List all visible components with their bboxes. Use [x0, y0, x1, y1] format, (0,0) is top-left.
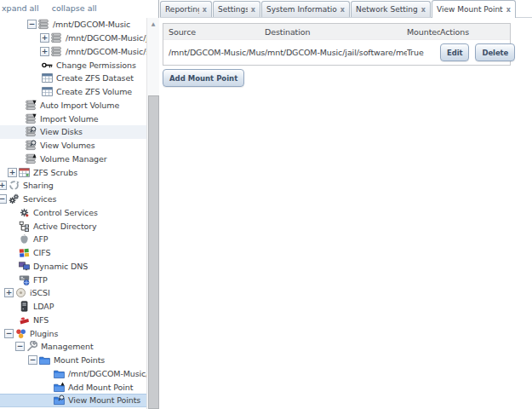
collapse-expander-icon[interactable]: −	[27, 20, 37, 29]
tab-system-information[interactable]: System Informationx	[261, 1, 350, 17]
tree-item-label: Import Volume	[39, 114, 99, 124]
tab-label: View Mount Points	[437, 5, 503, 14]
collapse-expander-icon[interactable]: −	[0, 194, 7, 204]
tree-item-volume-manager[interactable]: Volume Manager	[0, 153, 146, 166]
tree-item-label: Management	[40, 342, 94, 351]
tab-close-icon[interactable]: x	[337, 6, 345, 14]
tree-item-label: CIFS	[32, 248, 50, 257]
tree-item-label: Services	[22, 194, 56, 204]
tree-item-label: Sharing	[22, 181, 54, 190]
expand-expander-icon[interactable]: +	[4, 288, 14, 297]
column-header-source: Source	[169, 27, 265, 37]
monitors-icon	[19, 261, 30, 272]
navigation-sidebar: xpand allcollapse all −/mnt/DGCOM-Music+…	[0, 0, 159, 409]
tree-item-mnt-dgcom-music-mu[interactable]: /mnt/DGCOM-Music/Mu	[0, 367, 146, 381]
tree-item-dynamic-dns[interactable]: Dynamic DNS	[0, 260, 146, 274]
tree-item-mnt-dgcom-music-jail[interactable]: +/mnt/DGCOM-Music/jail	[0, 32, 146, 45]
delete-button[interactable]: Delete	[475, 43, 515, 61]
tree-item-label: Create ZFS Volume	[55, 87, 132, 96]
collapse-expander-icon[interactable]: −	[15, 342, 25, 351]
tree-item-mnt-dgcom-music[interactable]: −/mnt/DGCOM-Music	[0, 18, 146, 32]
tree-item-label: /mnt/DGCOM-Music/Mu	[67, 369, 146, 378]
tab-close-icon[interactable]: x	[503, 6, 511, 14]
tree-item-iscsi[interactable]: +iSCSI	[0, 286, 146, 300]
disk-icon	[15, 287, 26, 298]
tree-item-label: Create ZFS Dataset	[55, 73, 134, 83]
tab-close-icon[interactable]: x	[199, 6, 207, 14]
collapse-expander-icon[interactable]: −	[28, 355, 37, 365]
tree-item-create-zfs-volume[interactable]: Create ZFS Volume	[0, 85, 146, 99]
tree-item-management[interactable]: −Management	[0, 340, 146, 354]
tree-item-add-mount-point[interactable]: Add Mount Point	[0, 380, 146, 394]
edit-button[interactable]: Edit	[440, 43, 469, 61]
tab-close-icon[interactable]: x	[248, 6, 255, 14]
tree-item-label: /mnt/DGCOM-Music	[52, 20, 130, 29]
tree-item-label: Control Services	[32, 208, 98, 217]
tree-item-control-services[interactable]: Control Services	[0, 206, 146, 220]
expand-all-link[interactable]: xpand all	[2, 3, 39, 13]
tree-item-label: View Volumes	[39, 141, 95, 150]
sidebar-scrollbar[interactable]: ▲	[146, 18, 159, 409]
folder-add-icon	[54, 382, 65, 393]
add-mount-point-button[interactable]: Add Mount Point	[163, 69, 244, 87]
tree-item-view-disks[interactable]: View Disks	[0, 125, 146, 139]
tree-item-services[interactable]: −Services	[0, 193, 146, 206]
tree-item-label: Dynamic DNS	[32, 262, 88, 271]
wrench-icon	[26, 341, 37, 352]
tab-settings[interactable]: Settingsx	[213, 1, 260, 17]
tree-item-label: /mnt/DGCOM-Music/softwa	[65, 47, 146, 56]
scrollbar-thumb[interactable]	[148, 95, 159, 409]
collapse-all-link[interactable]: collapse all	[52, 3, 97, 13]
sharing-icon	[9, 180, 20, 191]
tab-reporting[interactable]: Reportingx	[160, 1, 212, 17]
tree-item-auto-import-volume[interactable]: Auto Import Volume	[0, 99, 146, 112]
plugins-icon	[15, 328, 26, 339]
tree-item-view-volumes[interactable]: View Volumes	[0, 139, 146, 153]
tree-item-sharing[interactable]: +Sharing	[0, 179, 146, 193]
tree-item-label: LDAP	[32, 302, 54, 311]
tree-item-label: View Disks	[39, 127, 83, 136]
key-icon	[42, 60, 53, 71]
nfs-icon	[19, 314, 30, 325]
tree-item-active-directory[interactable]: Active Directory	[0, 219, 146, 233]
tree-item-change-permissions[interactable]: Change Permissions	[0, 58, 146, 72]
tree-item-create-zfs-dataset[interactable]: Create ZFS Dataset	[0, 72, 146, 85]
expand-expander-icon[interactable]: +	[8, 168, 17, 177]
tab-label: Network Settings	[356, 5, 418, 14]
tree-item-mnt-dgcom-music-softwa[interactable]: +/mnt/DGCOM-Music/softwa	[0, 45, 146, 59]
tree-item-view-mount-points[interactable]: View Mount Points	[0, 394, 146, 407]
expand-expander-icon[interactable]: +	[0, 181, 7, 190]
services-icon	[9, 193, 20, 204]
table-row: /mnt/DGCOM-Music/Music/mnt/DGCOM-Music/j…	[163, 40, 510, 65]
navigation-tree: −/mnt/DGCOM-Music+/mnt/DGCOM-Music/jail+…	[0, 18, 146, 407]
tree-item-label: View Mount Points	[67, 395, 140, 405]
tree-item-cifs[interactable]: CIFS	[0, 246, 146, 260]
tree-item-ftp[interactable]: FTP	[0, 273, 146, 286]
destination-cell: /mnt/DGCOM-Music/jail/software/media	[265, 48, 407, 57]
tab-close-icon[interactable]: x	[418, 6, 426, 14]
tree-item-ldap[interactable]: LDAP	[0, 300, 146, 314]
tree-item-label: /mnt/DGCOM-Music/jail	[65, 33, 146, 43]
freenas-window: { "colors": { "selection_blue": "#cbdff3…	[0, 0, 532, 409]
tree-item-nfs[interactable]: NFS	[0, 314, 146, 327]
tree-item-plugins[interactable]: −Plugins	[0, 326, 146, 340]
table-header-row: SourceDestinationMounted?Actions	[163, 24, 510, 40]
tree-item-label: Mount Points	[53, 355, 105, 365]
column-header-destination: Destination	[265, 27, 407, 37]
tab-view-mount-points[interactable]: View Mount Pointsx	[432, 0, 516, 18]
column-header-mounted: Mounted?	[407, 27, 440, 37]
tab-network-settings[interactable]: Network Settingsx	[351, 1, 431, 17]
expand-expander-icon[interactable]: +	[40, 33, 49, 43]
collapse-expander-icon[interactable]: −	[4, 329, 14, 338]
server-icon	[19, 301, 30, 312]
tree-item-label: Volume Manager	[39, 154, 107, 164]
tree-item-mount-points[interactable]: −Mount Points	[0, 354, 146, 367]
tree-item-import-volume[interactable]: Import Volume	[0, 112, 146, 125]
volume-icon	[51, 46, 62, 57]
mounted-cell: True	[407, 48, 440, 57]
expand-expander-icon[interactable]: +	[40, 47, 49, 56]
volume-import-icon	[26, 100, 37, 111]
tree-item-zfs-scrubs[interactable]: +ZFS Scrubs	[0, 165, 146, 179]
scroll-up-arrow-icon[interactable]: ▲	[147, 18, 159, 29]
tree-item-afp[interactable]: AFP	[0, 233, 146, 246]
